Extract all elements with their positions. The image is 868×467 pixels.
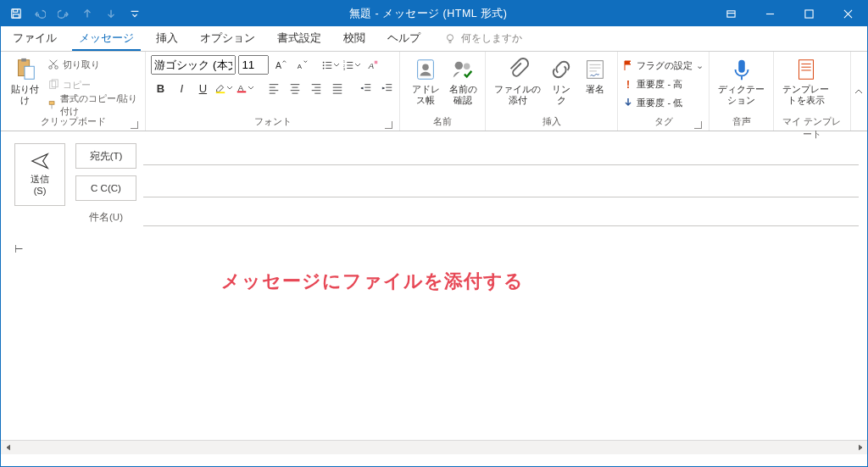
high-importance-button[interactable]: !重要度 - 高	[623, 75, 682, 92]
ribbon: 貼り付け 切り取り コピー 書式のコピー/貼り付け クリップボード A A 12…	[1, 52, 867, 131]
svg-point-18	[323, 67, 325, 69]
align-center-button[interactable]	[286, 80, 304, 97]
window-controls	[711, 1, 867, 26]
tab-help[interactable]: ヘルプ	[381, 25, 427, 51]
shrink-font-button[interactable]: A	[292, 57, 311, 74]
undo-icon[interactable]	[30, 3, 50, 24]
redo-icon[interactable]	[53, 3, 74, 24]
tab-options[interactable]: オプション	[193, 25, 262, 51]
tab-review[interactable]: 校閲	[337, 25, 372, 51]
svg-text:A: A	[275, 60, 281, 70]
cut-button[interactable]: 切り取り	[47, 55, 141, 74]
svg-rect-8	[25, 66, 34, 79]
svg-rect-4	[804, 9, 812, 17]
font-color-button[interactable]: A	[236, 80, 254, 97]
svg-point-9	[49, 66, 53, 69]
svg-text:!: !	[626, 79, 630, 89]
group-templates: テンプレー トを表示 マイ テンプレート	[774, 52, 849, 131]
svg-text:3: 3	[343, 68, 345, 71]
decrease-indent-button[interactable]	[357, 80, 376, 97]
qat-dropdown-icon[interactable]	[125, 3, 145, 24]
svg-rect-3	[726, 10, 734, 16]
scrollbar-track[interactable]	[15, 441, 853, 454]
increase-indent-button[interactable]	[378, 80, 397, 97]
address-book-button[interactable]: アドレス帳	[405, 55, 446, 108]
tell-me-label: 何をしますか	[461, 31, 522, 46]
copy-button[interactable]: コピー	[47, 75, 141, 94]
ribbon-tab-bar: ファイル メッセージ 挿入 オプション 書式設定 校閲 ヘルプ 何をしますか	[1, 26, 867, 52]
italic-button[interactable]: I	[172, 80, 191, 97]
tell-me[interactable]: 何をしますか	[444, 31, 522, 51]
underline-button[interactable]: U	[193, 80, 212, 97]
tab-file[interactable]: ファイル	[6, 25, 64, 51]
send-icon	[31, 152, 49, 170]
signature-button[interactable]: 署名	[578, 55, 612, 97]
svg-text:A: A	[238, 83, 244, 92]
svg-point-28	[423, 64, 430, 70]
send-button[interactable]: 送信 (S)	[14, 143, 65, 206]
maximize-button[interactable]	[789, 1, 828, 26]
check-names-button[interactable]: 名前の 確認	[446, 55, 480, 108]
collapse-ribbon-button[interactable]	[850, 52, 867, 131]
svg-point-10	[55, 66, 58, 69]
low-importance-button[interactable]: 重要度 - 低	[623, 94, 682, 111]
horizontal-scrollbar[interactable]	[1, 440, 867, 454]
justify-button[interactable]	[328, 80, 347, 97]
tab-format[interactable]: 書式設定	[270, 25, 328, 51]
font-size-select[interactable]	[238, 55, 269, 75]
follow-up-button[interactable]: フラグの設定⌄	[623, 57, 704, 74]
font-name-select[interactable]	[151, 55, 236, 75]
dictate-button[interactable]: ディクテー ション	[715, 55, 768, 108]
cc-field[interactable]	[143, 179, 859, 197]
align-left-button[interactable]	[264, 80, 283, 97]
minimize-button[interactable]	[750, 1, 789, 26]
svg-rect-13	[49, 102, 54, 105]
ribbon-display-icon[interactable]	[711, 1, 750, 26]
clear-formatting-button[interactable]: A	[364, 57, 382, 74]
paste-button[interactable]: 貼り付け	[6, 55, 44, 108]
message-header: 送信 (S) 宛先(T) C C(C) 件名(U)	[1, 131, 867, 231]
group-include-label: 挿入	[491, 115, 612, 131]
scroll-left-button[interactable]	[1, 441, 15, 454]
link-button[interactable]: リンク	[544, 55, 579, 108]
svg-text:2: 2	[343, 64, 345, 67]
svg-rect-34	[798, 60, 813, 80]
tab-message[interactable]: メッセージ	[72, 25, 141, 51]
save-icon[interactable]	[6, 3, 26, 24]
text-cursor-icon: ⊢	[14, 243, 23, 256]
svg-text:1: 1	[343, 60, 345, 64]
to-button[interactable]: 宛先(T)	[75, 143, 136, 169]
message-body[interactable]: ⊢ メッセージにファイルを添付する	[1, 231, 867, 440]
svg-point-16	[323, 61, 325, 63]
format-painter-button[interactable]: 書式のコピー/貼り付け	[47, 96, 141, 114]
cc-button[interactable]: C C(C)	[75, 175, 136, 201]
highlight-button[interactable]	[214, 80, 233, 97]
scroll-right-button[interactable]	[853, 441, 867, 454]
subject-field[interactable]	[143, 208, 859, 226]
group-tags-label: タグ	[654, 116, 673, 126]
align-right-button[interactable]	[307, 80, 326, 97]
group-font: A A 123 A B I U A	[146, 52, 400, 131]
dialog-launcher-icon[interactable]	[694, 121, 702, 129]
bold-button[interactable]: B	[151, 80, 170, 97]
svg-rect-7	[22, 58, 27, 62]
group-names-label: 名前	[405, 115, 480, 131]
group-templates-label: マイ テンプレート	[779, 115, 844, 131]
svg-rect-26	[237, 92, 247, 93]
tab-insert[interactable]: 挿入	[149, 25, 185, 51]
group-voice: ディクテー ション 音声	[709, 52, 774, 131]
dialog-launcher-icon[interactable]	[385, 121, 392, 129]
numbering-button[interactable]: 123	[342, 57, 361, 74]
attach-file-button[interactable]: ファイルの 添付	[491, 55, 543, 108]
close-button[interactable]	[828, 1, 867, 26]
svg-point-29	[455, 62, 463, 69]
bullets-button[interactable]	[321, 57, 340, 74]
group-voice-label: 音声	[715, 115, 768, 131]
view-templates-button[interactable]: テンプレー トを表示	[779, 55, 832, 108]
grow-font-button[interactable]: A	[271, 57, 290, 74]
group-names: アドレス帳 名前の 確認 名前	[400, 52, 486, 131]
svg-rect-23	[375, 60, 378, 64]
svg-point-17	[323, 64, 325, 66]
dialog-launcher-icon[interactable]	[131, 121, 138, 129]
to-field[interactable]	[143, 147, 859, 165]
